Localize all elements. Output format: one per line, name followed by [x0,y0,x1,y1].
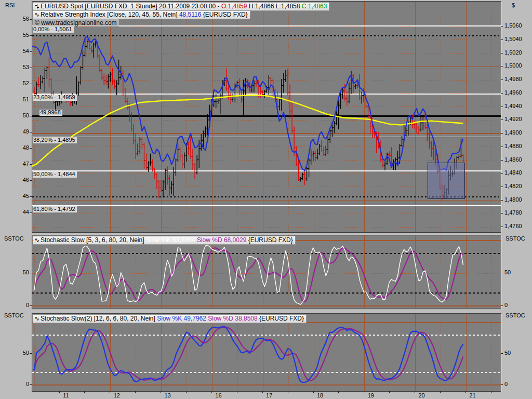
time-axis-day-label: 17 [263,392,275,398]
time-axis-day-label: 16 [212,392,224,398]
time-axis-day-label: 19 [365,392,377,398]
time-axis-day-label: 11 [60,392,72,398]
axis-tick-label: 0 [504,381,508,387]
axis-tick [30,305,32,306]
axis-tick-label: 1,4900 [504,129,522,136]
axis-tick-label: 50 [10,112,29,118]
axis-tick [135,391,136,393]
header-text-segment: C:1,4863 [302,3,327,10]
axis-tick [30,384,32,385]
axis-tick [30,273,32,273]
rsi-indicator-header[interactable]: ∿ Relative Strength Index [Close, 120, 4… [33,10,250,19]
axis-title-label: $ [512,2,515,8]
axis-tick-label: 54 [10,48,29,54]
axis-tick [313,391,314,393]
axis-tick-label: 1,4860 [504,156,522,163]
axis-tick-label: 1,5040 [504,36,522,42]
axis-tick [30,148,32,149]
axis-tick [30,35,32,36]
axis-tick [110,391,110,393]
axis-tick [338,391,339,393]
axis-tick-label: 1,4840 [504,169,522,176]
axis-tick [288,391,288,393]
axis-tick-label: 1,4780 [504,209,522,216]
fib-level-label[interactable]: 61,80% - 1,4792 [33,206,77,212]
axis-title-label: SSTOC [506,235,525,242]
ohlc-bar-icon [35,4,39,9]
axis-tick [501,26,503,26]
axis-tick-label: 1,5020 [504,49,522,56]
axis-tick-label: 45 [10,193,29,199]
stochastic-slow2-panel[interactable]: ∿ Stochastic Slow(2) [12, 6, 6, 80, 20, … [32,313,501,392]
axis-tick [30,132,32,132]
time-axis-day-label: 12 [111,392,123,398]
axis-tick-label: 0 [10,381,29,387]
header-text-segment: Stochastic Slow(2) [12, 6, 6, 80, 20, Ne… [41,315,157,322]
axis-tick [501,79,503,80]
axis-tick [34,391,34,393]
header-text-segment: {EURUSD FXD} [258,315,304,322]
axis-tick [30,100,32,100]
fib-level-label[interactable]: 50,00% - 1,4844 [33,171,77,178]
stochastic-slow-panel[interactable]: ∿ Stochastic Slow [5, 3, 6, 80, 20, Nein… [32,235,501,309]
instrument-header[interactable]: EUR/USD Spot [EURUSD FXD 1 Stunde] 20.11… [33,2,329,11]
axis-tick-label: 1,4960 [504,89,522,96]
axis-title-label: RSI [5,2,15,8]
axis-tick-label: 52 [10,80,29,86]
axis-tick-label: 55 [10,32,29,38]
axis-tick [501,107,503,107]
axis-tick [501,384,503,385]
axis-tick-label: 0 [10,302,29,308]
axis-tick [161,391,161,393]
stochastic-slow-canvas[interactable] [32,235,501,308]
header-text-segment: O:1,4859 [221,3,247,10]
fib-level-label[interactable]: 23,60% - 1,4959 [33,95,77,101]
stochastic-slow-header[interactable]: ∿ Stochastic Slow [5, 3, 6, 80, 20, Nein… [33,236,296,245]
axis-tick [501,213,503,214]
axis-tick-label: 49 [10,128,29,135]
axis-tick [501,39,503,40]
axis-tick-label: 47 [10,161,29,167]
axis-tick [501,305,503,306]
axis-tick [186,391,187,393]
axis-tick-label: 46 [10,177,29,183]
axis-tick [364,391,364,393]
sine-wave-icon: ∿ [34,315,39,322]
header-text-segment: Slow %K 49,7962 [157,315,206,322]
main-chart-panel[interactable]: EUR/USD Spot [EURUSD FXD 1 Stunde] 20.11… [32,1,501,233]
selection-box[interactable] [428,163,465,199]
axis-tick [501,173,503,174]
header-text-segment: 48,5116 [179,11,202,18]
axis-tick [415,391,415,393]
axis-tick [501,273,503,273]
axis-tick [389,391,390,393]
axis-tick [30,164,32,165]
time-axis-day-label: 13 [162,392,174,398]
horizontal-line-label[interactable]: 49,9968 [39,110,62,116]
axis-tick-label: 1,4760 [504,223,522,229]
stochastic-slow2-canvas[interactable] [32,314,501,391]
axis-tick [501,66,503,66]
axis-tick [30,84,32,84]
axis-tick [30,51,32,52]
axis-tick [30,116,32,116]
axis-tick [501,147,503,147]
axis-tick-label: 1,4820 [504,183,522,189]
axis-tick [237,391,237,393]
axis-tick-label: 44 [10,209,29,215]
axis-tick [30,68,32,68]
axis-tick [84,391,85,393]
axis-tick [211,391,212,393]
axis-tick-label: 50 [10,269,29,275]
axis-tick-label: 1,4880 [504,143,522,149]
axis-tick [501,119,503,120]
axis-tick-label: 1,4980 [504,76,522,82]
axis-tick [501,93,503,94]
axis-title-label: SSTOC [506,312,525,318]
stochastic-slow2-header[interactable]: ∿ Stochastic Slow(2) [12, 6, 6, 80, 20, … [33,314,307,323]
header-text-segment: Slow %D 38,8508 [208,315,257,322]
axis-tick [501,227,503,227]
fib-level-label[interactable]: 38,20% - 1,4895 [33,137,77,143]
header-text-segment: Relative Strength Index [Close, 120, 45,… [41,11,179,18]
axis-tick [501,200,503,201]
